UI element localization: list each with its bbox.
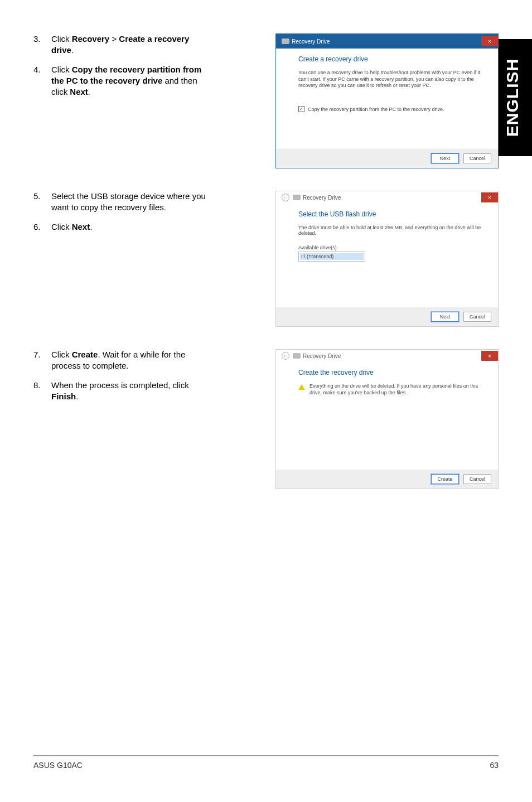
create-button[interactable]: Create — [431, 474, 459, 484]
block-2: 5. Select the USB storage device where y… — [33, 191, 499, 327]
dialog-footer: Create Cancel — [276, 470, 498, 489]
warning-icon — [298, 384, 305, 390]
step-5-num: 5. — [33, 191, 51, 202]
step-7: 7. Click Create. Wait for a while for th… — [33, 349, 212, 372]
cancel-button[interactable]: Cancel — [463, 312, 491, 322]
close-icon[interactable]: × — [481, 192, 498, 202]
back-icon[interactable]: ← — [282, 194, 289, 201]
step-3-body: Click Recovery > Create a recovery drive… — [51, 33, 212, 56]
dialog-title: Recovery Drive — [303, 353, 341, 359]
block-3: 7. Click Create. Wait for a while for th… — [33, 349, 499, 489]
drive-icon — [293, 353, 301, 359]
cancel-button[interactable]: Cancel — [463, 153, 491, 163]
dialog-heading: Select the USB flash drive — [298, 210, 481, 218]
steps-col-3: 7. Click Create. Wait for a while for th… — [33, 349, 223, 489]
dialog-footer: Next Cancel — [276, 149, 498, 168]
dialog-create-confirm: ← Recovery Drive × Create the recovery d… — [275, 349, 499, 489]
steps-col-1: 3. Click Recovery > Create a recovery dr… — [33, 33, 223, 168]
dialog-titlebar: ← Recovery Drive × — [276, 350, 498, 362]
dialog-body-text: The drive must be able to hold at least … — [298, 225, 481, 236]
checkbox-icon[interactable]: ✓ — [298, 106, 304, 112]
drive-list-item[interactable]: I:\ (Transcend) — [300, 253, 364, 260]
step-4-body: Click Copy the recovery partition from t… — [51, 64, 212, 98]
dialog-select-usb: ← Recovery Drive × Select the USB flash … — [275, 191, 499, 327]
dialog-titlebar: Recovery Drive × — [276, 34, 498, 49]
step-8-body: When the process is completed, click Fin… — [51, 380, 212, 403]
footer-product: ASUS G10AC — [33, 761, 83, 770]
step-8-num: 8. — [33, 380, 51, 391]
footer-page-number: 63 — [490, 761, 499, 770]
block-1: 3. Click Recovery > Create a recovery dr… — [33, 33, 499, 168]
dialog-titlebar: ← Recovery Drive × — [276, 191, 498, 204]
step-4: 4. Click Copy the recovery partition fro… — [33, 64, 212, 98]
dialog-footer: Next Cancel — [276, 307, 498, 326]
step-3-num: 3. — [33, 33, 51, 45]
dialog-title: Recovery Drive — [303, 195, 341, 201]
steps-col-2: 5. Select the USB storage device where y… — [33, 191, 223, 327]
dialog-title: Recovery Drive — [292, 38, 330, 45]
available-drives-label: Available drive(s) — [298, 245, 481, 250]
step-3: 3. Click Recovery > Create a recovery dr… — [33, 33, 212, 56]
close-icon[interactable]: × — [481, 351, 498, 361]
dialog-heading: Create the recovery drive — [298, 369, 481, 376]
step-4-num: 4. — [33, 64, 51, 75]
drive-icon — [282, 38, 289, 44]
dialog-create-recovery: Recovery Drive × Create a recovery drive… — [275, 33, 499, 168]
warning-text: Everything on the drive will be deleted.… — [309, 383, 481, 396]
dialog-heading: Create a recovery drive — [298, 55, 481, 63]
step-8: 8. When the process is completed, click … — [33, 380, 212, 403]
back-icon[interactable]: ← — [282, 352, 289, 360]
checkbox-label: Copy the recovery partition from the PC … — [308, 107, 444, 112]
checkbox-row[interactable]: ✓ Copy the recovery partition from the P… — [298, 106, 481, 112]
close-icon[interactable]: × — [481, 36, 498, 46]
step-6: 6. Click Next. — [33, 221, 212, 233]
cancel-button[interactable]: Cancel — [463, 474, 491, 484]
next-button[interactable]: Next — [431, 153, 459, 163]
step-5-body: Select the USB storage device where you … — [51, 191, 212, 214]
next-button[interactable]: Next — [431, 312, 459, 322]
step-6-num: 6. — [33, 221, 51, 233]
page-footer: ASUS G10AC 63 — [33, 755, 499, 770]
drive-icon — [293, 195, 301, 200]
step-6-body: Click Next. — [51, 221, 212, 233]
step-5: 5. Select the USB storage device where y… — [33, 191, 212, 214]
step-7-num: 7. — [33, 349, 51, 360]
drive-listbox[interactable]: I:\ (Transcend) — [298, 252, 365, 262]
warning-row: Everything on the drive will be deleted.… — [298, 383, 481, 396]
dialog-body-text: You can use a recovery drive to help tro… — [298, 70, 481, 89]
step-7-body: Click Create. Wait for a while for the p… — [51, 349, 212, 372]
